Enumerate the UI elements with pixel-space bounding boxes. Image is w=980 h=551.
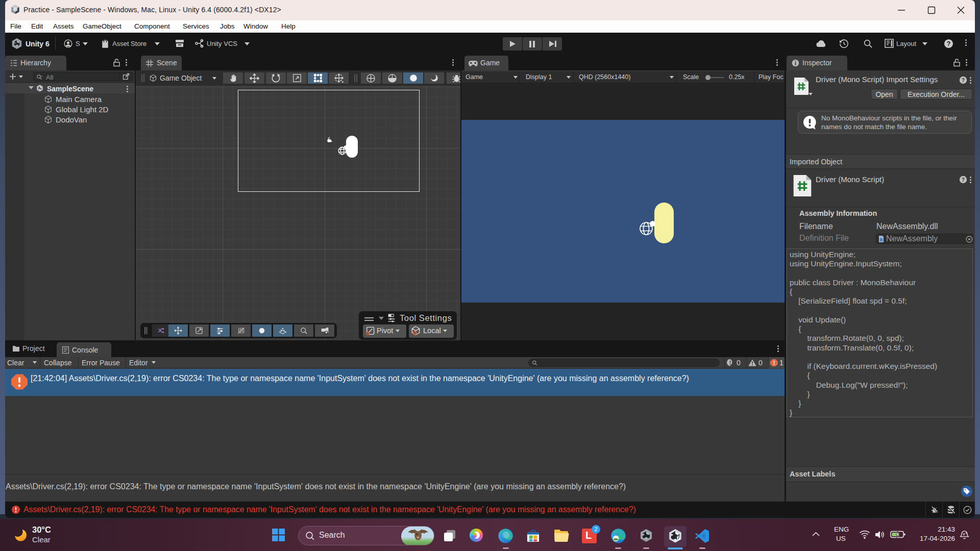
svg-text:z: z bbox=[963, 532, 965, 536]
svg-text:?: ? bbox=[947, 40, 951, 47]
svg-text:?: ? bbox=[962, 177, 965, 183]
svg-text:z: z bbox=[965, 531, 967, 534]
svg-text:?: ? bbox=[962, 78, 965, 83]
svg-text:6: 6 bbox=[677, 534, 680, 541]
